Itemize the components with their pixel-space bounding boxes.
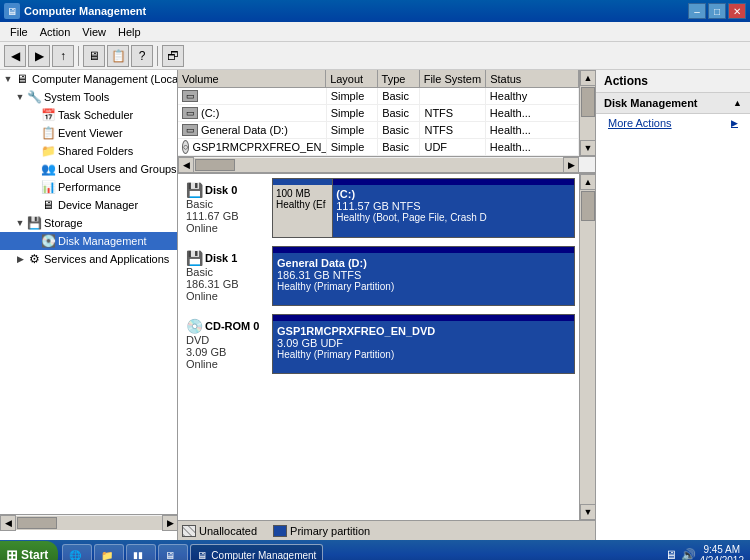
scroll-down[interactable]: ▼ xyxy=(580,140,595,156)
scroll-thumb[interactable] xyxy=(581,87,595,117)
table-row[interactable]: ▭ General Data (D:) Simple Basic NTFS He… xyxy=(178,122,579,139)
tree-local-users[interactable]: 👥 Local Users and Groups xyxy=(0,160,177,178)
menu-file[interactable]: File xyxy=(4,24,34,40)
storage-expand[interactable]: ▼ xyxy=(14,217,26,229)
table-hscroll-right[interactable]: ▶ xyxy=(563,157,579,173)
disk-scroll-down[interactable]: ▼ xyxy=(580,504,595,520)
disk-0-part-0[interactable]: 100 MB Healthy (Ef xyxy=(273,179,333,237)
time-display: 9:45 AM xyxy=(700,544,745,555)
disk-1-row: 💾 Disk 1 Basic 186.31 GB Online General … xyxy=(182,246,575,306)
tree-event-viewer[interactable]: 📋 Event Viewer xyxy=(0,124,177,142)
tree-users-label: Local Users and Groups xyxy=(58,163,177,175)
title-bar: 🖥 Computer Management – □ ✕ xyxy=(0,0,750,22)
disk-0-status: Online xyxy=(186,222,268,234)
taskbar-computer-management[interactable]: 🖥 Computer Management xyxy=(190,544,323,560)
toolbar-separator xyxy=(78,46,79,66)
tree-event-label: Event Viewer xyxy=(58,127,123,139)
properties-button[interactable]: 📋 xyxy=(107,45,129,67)
table-header: Volume Layout Type File System Status xyxy=(178,70,579,88)
back-button[interactable]: ◀ xyxy=(4,45,26,67)
up-button[interactable]: ↑ xyxy=(52,45,74,67)
help-button[interactable]: ? xyxy=(131,45,153,67)
quick-launch-network[interactable]: 🖥 xyxy=(158,544,188,560)
col-layout[interactable]: Layout xyxy=(326,70,377,87)
diskmgmt-expand xyxy=(28,235,40,247)
menu-action[interactable]: Action xyxy=(34,24,77,40)
hscroll-thumb[interactable] xyxy=(17,517,57,529)
tree-disk-management[interactable]: 💽 Disk Management xyxy=(0,232,177,250)
tree-panel: ▼ 🖥 Computer Management (Local) ▼ 🔧 Syst… xyxy=(0,70,178,540)
table-hscrollbar[interactable]: ◀ ▶ xyxy=(178,156,595,172)
clock[interactable]: 9:45 AM 4/24/2012 xyxy=(700,544,745,560)
hscroll-right[interactable]: ▶ xyxy=(162,515,178,531)
table-content: Volume Layout Type File System Status ▭ … xyxy=(178,70,579,156)
legend-primary: Primary partition xyxy=(273,525,370,537)
tree-services-label: Services and Applications xyxy=(44,253,169,265)
quick-launch-ie[interactable]: 🌐 xyxy=(62,544,92,560)
cell-fs-0 xyxy=(420,88,485,104)
cdrom-0-status: Online xyxy=(186,358,268,370)
tree-services[interactable]: ▶ ⚙ Services and Applications xyxy=(0,250,177,268)
disk-icon-1: 💾 xyxy=(186,250,203,266)
disk-management-action-header[interactable]: Disk Management ▲ xyxy=(596,93,750,114)
table-vscrollbar[interactable]: ▲ ▼ xyxy=(579,70,595,156)
tree-task-scheduler[interactable]: 📅 Task Scheduler xyxy=(0,106,177,124)
table-row[interactable]: ▭ Simple Basic Healthy xyxy=(178,88,579,105)
network-icon: 🖥 xyxy=(165,550,175,561)
cdrom-0-part-0[interactable]: GSP1RMCPRXFREO_EN_DVD 3.09 GB UDF Health… xyxy=(273,315,574,373)
disk-scroll-thumb[interactable] xyxy=(581,191,595,221)
quick-launch-explorer[interactable]: 📁 xyxy=(94,544,124,560)
table-row[interactable]: ○ GSP1RMCPRXFREO_EN_DVD (E:) Simple Basi… xyxy=(178,139,579,156)
forward-button[interactable]: ▶ xyxy=(28,45,50,67)
disk-scroll-up[interactable]: ▲ xyxy=(580,174,595,190)
table-hscroll-thumb[interactable] xyxy=(195,159,235,171)
table-hscroll-left[interactable]: ◀ xyxy=(178,157,194,173)
table-hscroll-track[interactable] xyxy=(194,158,563,172)
root-expand[interactable]: ▼ xyxy=(2,73,14,85)
services-expand[interactable]: ▶ xyxy=(14,253,26,265)
cdrom-0-part0-content: GSP1RMCPRXFREO_EN_DVD 3.09 GB UDF Health… xyxy=(273,321,574,364)
window-title: Computer Management xyxy=(24,5,688,17)
system-tools-expand[interactable]: ▼ xyxy=(14,91,26,103)
scroll-track[interactable] xyxy=(580,86,595,140)
tree-storage[interactable]: ▼ 💾 Storage xyxy=(0,214,177,232)
volume-icon[interactable]: 🔊 xyxy=(681,548,696,560)
disk-scroll-track[interactable] xyxy=(580,190,595,504)
menu-help[interactable]: Help xyxy=(112,24,147,40)
show-hide-button[interactable]: 🖥 xyxy=(83,45,105,67)
close-button[interactable]: ✕ xyxy=(728,3,746,19)
col-status[interactable]: Status xyxy=(486,70,579,87)
tree-shared-folders[interactable]: 📁 Shared Folders xyxy=(0,142,177,160)
maximize-button[interactable]: □ xyxy=(708,3,726,19)
more-actions-link[interactable]: More Actions ▶ xyxy=(596,114,750,132)
main-container: ▼ 🖥 Computer Management (Local) ▼ 🔧 Syst… xyxy=(0,70,750,540)
scroll-up[interactable]: ▲ xyxy=(580,70,595,86)
cell-status-3: Health... xyxy=(486,139,579,155)
table-wrapper: Volume Layout Type File System Status ▭ … xyxy=(178,70,595,156)
menu-view[interactable]: View xyxy=(76,24,112,40)
tree-hscrollbar[interactable]: ◀ ▶ xyxy=(0,514,178,530)
new-window-button[interactable]: 🗗 xyxy=(162,45,184,67)
disk-0-part-1[interactable]: (C:) 111.57 GB NTFS Healthy (Boot, Page … xyxy=(333,179,574,237)
hscroll-track[interactable] xyxy=(16,516,162,530)
table-row[interactable]: ▭ (C:) Simple Basic NTFS Health... xyxy=(178,105,579,122)
col-volume[interactable]: Volume xyxy=(178,70,326,87)
tree-device-manager[interactable]: 🖥 Device Manager xyxy=(0,196,177,214)
disk-vscrollbar[interactable]: ▲ ▼ xyxy=(579,174,595,520)
start-button[interactable]: ⊞ Start xyxy=(0,541,58,560)
disk-1-part-0[interactable]: General Data (D:) 186.31 GB NTFS Healthy… xyxy=(273,247,574,305)
minimize-button[interactable]: – xyxy=(688,3,706,19)
tree-system-tools[interactable]: ▼ 🔧 System Tools xyxy=(0,88,177,106)
cell-volume-2: ▭ General Data (D:) xyxy=(178,122,327,138)
cell-status-1: Health... xyxy=(486,105,579,121)
tree-performance[interactable]: 📊 Performance xyxy=(0,178,177,196)
hscroll-left[interactable]: ◀ xyxy=(0,515,16,531)
quick-launch-cmd[interactable]: ▮▮ xyxy=(126,544,156,560)
col-type[interactable]: Type xyxy=(378,70,420,87)
diskmgmt-icon: 💽 xyxy=(40,233,56,249)
cell-type-3: Basic xyxy=(378,139,420,155)
col-fs[interactable]: File System xyxy=(420,70,486,87)
tree-root[interactable]: ▼ 🖥 Computer Management (Local) xyxy=(0,70,177,88)
cdrom-0-type: DVD xyxy=(186,334,268,346)
network-tray-icon[interactable]: 🖥 xyxy=(665,548,677,560)
